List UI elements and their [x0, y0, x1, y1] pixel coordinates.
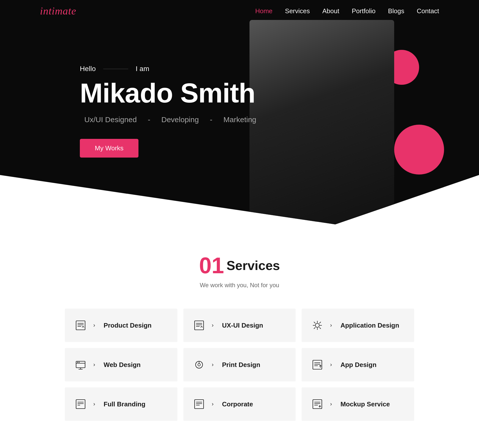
corporate-arrow: › [212, 401, 214, 407]
nav-portfolio[interactable]: Portfolio [352, 7, 375, 15]
svg-line-15 [319, 322, 321, 323]
nav-links: Home Services About Portfolio Blogs Cont… [255, 7, 439, 15]
hero-section: Hello I am Mikado Smith Ux/UI Designed -… [0, 0, 479, 224]
nav-home[interactable]: Home [255, 7, 272, 15]
full-branding-arrow: › [93, 401, 95, 407]
application-design-arrow: › [330, 322, 332, 329]
print-design-label: Print Design [222, 361, 260, 369]
svg-line-14 [319, 327, 321, 329]
service-card-full-branding[interactable]: › Full Branding [65, 387, 177, 421]
application-design-icon [311, 319, 324, 332]
navbar: intimate Home Services About Portfolio B… [0, 0, 479, 22]
nav-contact[interactable]: Contact [417, 7, 439, 15]
product-design-icon [74, 319, 87, 332]
svg-point-8 [315, 323, 319, 327]
subtitle-part-3: Marketing [224, 115, 256, 124]
svg-rect-26 [313, 360, 322, 369]
svg-point-21 [77, 362, 78, 363]
corporate-label: Corporate [222, 400, 253, 408]
svg-rect-31 [76, 400, 85, 409]
nav-services[interactable]: Services [285, 7, 310, 15]
hero-accent-left [0, 210, 139, 224]
ux-ui-label: UX-UI Design [222, 322, 263, 329]
svg-point-24 [198, 363, 200, 366]
hero-content: Hello I am Mikado Smith Ux/UI Designed -… [0, 0, 479, 158]
mockup-service-arrow: › [330, 401, 332, 407]
nav-blogs[interactable]: Blogs [388, 7, 404, 15]
section-subtitle: We work with you, Not for you [40, 282, 439, 289]
section-number: 01 [199, 254, 224, 277]
section-title: Services [227, 258, 280, 273]
site-logo[interactable]: intimate [40, 5, 76, 17]
full-branding-icon [74, 397, 87, 411]
subtitle-part-2: Developing [161, 115, 199, 124]
product-design-arrow: › [93, 322, 95, 329]
section-number-title: 01 Services [40, 254, 439, 277]
web-design-icon [74, 358, 87, 371]
corporate-icon [192, 397, 206, 411]
subtitle-part-1: Ux/UI Designed [84, 115, 137, 124]
my-works-button[interactable]: My Works [80, 139, 138, 158]
mockup-service-icon [311, 397, 324, 411]
service-card-corporate[interactable]: › Corporate [183, 387, 296, 421]
web-design-label: Web Design [104, 361, 140, 369]
ux-ui-arrow: › [212, 322, 214, 329]
service-card-app-design[interactable]: › App Design [302, 348, 414, 381]
svg-rect-4 [195, 321, 204, 330]
greeting-divider [103, 69, 128, 69]
service-card-ux-ui-design[interactable]: › UX-UI Design [183, 309, 296, 342]
hero-subtitle: Ux/UI Designed - Developing - Marketing [80, 115, 479, 124]
app-design-arrow: › [330, 361, 332, 368]
services-header: 01 Services We work with you, Not for yo… [40, 254, 439, 289]
ux-ui-icon [192, 319, 206, 332]
services-section: 01 Services We work with you, Not for yo… [0, 224, 479, 441]
app-design-label: App Design [341, 361, 376, 369]
service-card-mockup-service[interactable]: › Mockup Service [302, 387, 414, 421]
product-design-label: Product Design [104, 322, 151, 329]
hero-name: Mikado Smith [80, 78, 479, 108]
web-design-arrow: › [93, 361, 95, 368]
subtitle-sep-2: - [210, 115, 214, 124]
full-branding-label: Full Branding [104, 400, 145, 408]
svg-line-16 [314, 327, 315, 329]
svg-rect-35 [195, 400, 204, 409]
hero-iam: I am [136, 65, 149, 73]
svg-point-22 [79, 362, 80, 363]
hero-hello: Hello [80, 65, 96, 73]
service-card-application-design[interactable]: › Application Design [302, 309, 414, 342]
service-card-product-design[interactable]: › Product Design [65, 309, 177, 342]
hero-greeting: Hello I am [80, 65, 479, 73]
service-card-print-design[interactable]: › Print Design [183, 348, 296, 381]
print-design-arrow: › [212, 361, 214, 368]
print-design-icon [192, 358, 206, 371]
service-card-web-design[interactable]: › Web Design [65, 348, 177, 381]
nav-about[interactable]: About [322, 7, 339, 15]
mockup-service-label: Mockup Service [341, 400, 390, 408]
app-design-icon [311, 358, 324, 371]
svg-line-13 [314, 322, 315, 323]
subtitle-sep-1: - [148, 115, 152, 124]
svg-rect-39 [313, 400, 322, 409]
svg-rect-0 [76, 321, 85, 330]
application-design-label: Application Design [341, 322, 399, 329]
services-grid: › Product Design › UX-UI Design [65, 309, 414, 421]
